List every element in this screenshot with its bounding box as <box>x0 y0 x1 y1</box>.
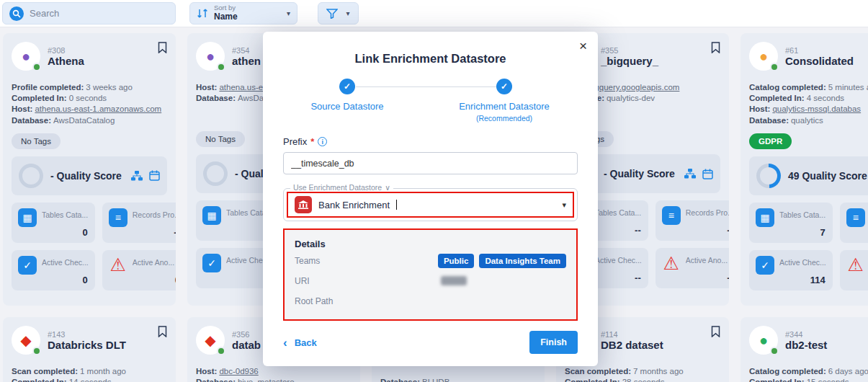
datastore-name: Athena <box>48 55 84 67</box>
quality-score-label: Quality Score <box>57 170 122 182</box>
stat-tiles: ▦Tables Cata...0≡Records Pro...--✓Active… <box>12 203 167 290</box>
info-value: qualytics-dev <box>607 94 655 102</box>
step-enrichment-datastore[interactable]: ✓ Enrichment Datastore (Recommended) <box>443 79 565 123</box>
hierarchy-icon[interactable] <box>684 169 696 179</box>
datastore-card[interactable]: ●#308AthenaProfile completed:3 weeks ago… <box>3 33 176 306</box>
filter-icon <box>326 9 338 19</box>
info-value: 4 seconds <box>807 94 844 102</box>
text-cursor <box>396 200 397 210</box>
card-info-lines: Scan completed:7 months agoCompleted In:… <box>565 366 720 382</box>
datastore-card[interactable]: ●#61ConsolidatedCatalog completed:5 minu… <box>741 33 868 306</box>
quality-score-value: - <box>50 170 54 182</box>
records-icon: ≡ <box>662 206 681 225</box>
bookmark-icon[interactable] <box>158 42 167 56</box>
search-box[interactable] <box>2 2 176 25</box>
info-value: hive_metastore <box>238 378 295 382</box>
info-label: Host: <box>12 105 32 113</box>
info-line: Profile completed:3 weeks ago <box>12 82 167 93</box>
info-label: Scan completed: <box>12 367 78 376</box>
select-value: Bank Enrichment <box>318 200 390 210</box>
host-link[interactable]: athena.us-east-1.amazonaws.com <box>35 105 161 113</box>
card-title-block: #356datab <box>232 330 261 351</box>
search-input[interactable] <box>30 8 169 19</box>
calendar-icon[interactable] <box>149 170 160 181</box>
calendar-icon[interactable] <box>702 169 713 179</box>
card-title-block: #114DB2 dataset <box>601 330 663 351</box>
bookmark-icon[interactable] <box>711 326 720 340</box>
sort-text: Sort by Name <box>214 4 238 22</box>
tag: No Tags <box>12 133 61 149</box>
bookmark-icon[interactable] <box>711 42 720 56</box>
info-line: Catalog completed:6 days ago <box>749 366 868 377</box>
info-label: Catalog completed: <box>749 367 826 376</box>
stepper: ✓ Source Datastore ✓ Enrichment Datastor… <box>283 79 578 128</box>
sort-value: Name <box>214 12 238 22</box>
datastore-icon: ◆ <box>12 326 40 355</box>
bookmark-icon[interactable] <box>158 326 167 340</box>
quality-gauge-icon <box>203 161 228 186</box>
details-annotation-box: Details Teams Public Data Insights Team … <box>283 228 578 321</box>
card-header: ●#308Athena <box>12 42 167 71</box>
sort-dropdown[interactable]: Sort by Name ▾ <box>189 2 297 25</box>
card-info-lines: Catalog completed:6 days agoCompleted In… <box>749 366 868 382</box>
quality-score-box: 49 Quality Score <box>749 156 868 195</box>
enrichment-datastore-select[interactable]: Bank Enrichment ▾ <box>287 192 574 218</box>
host-link[interactable]: athena.us-e <box>219 83 263 92</box>
warning-icon: ⚠ <box>846 256 865 275</box>
bank-enrichment-icon <box>295 196 312 213</box>
prefix-label: Prefix * i <box>283 136 578 147</box>
datastore-glyph: ● <box>22 48 30 65</box>
host-link[interactable]: bigquery.googleapis.com <box>588 83 679 92</box>
chevron-down-icon: ∨ <box>385 183 390 192</box>
card-title-block: #61Consolidated <box>785 46 854 67</box>
stat-top: ≡Records Pro... <box>662 206 729 225</box>
datastore-glyph: ● <box>759 332 768 349</box>
score-actions <box>684 169 713 179</box>
card-title-block: #344db2-test <box>785 330 827 351</box>
finish-button[interactable]: Finish <box>529 331 578 354</box>
info-value: 28 seconds <box>622 378 665 382</box>
step-sublabel: (Recommended) <box>459 114 550 123</box>
info-line: Scan completed:7 months ago <box>565 366 720 377</box>
host-link[interactable]: dbc-0d936 <box>219 367 258 376</box>
datastore-icon: ● <box>196 42 225 71</box>
host-link[interactable]: qualytics-mssql.databas <box>772 105 861 113</box>
card-title-block: #355_bigquery_ <box>601 46 658 67</box>
quality-score-text: - Quality Score <box>604 168 675 179</box>
datastore-card[interactable]: ◆#143Databricks DLTScan completed:1 mont… <box>3 317 176 382</box>
table-icon: ▦ <box>756 208 774 227</box>
stat-value: -- <box>635 272 641 283</box>
stat-top: ≡Records Pro... <box>109 208 176 227</box>
stat-value: -- <box>174 227 176 238</box>
select-label: Use Enrichment Datastore ∨ <box>290 183 393 192</box>
stat-top: ⚠Active Ano... <box>662 254 729 272</box>
info-label: Host: <box>749 105 770 113</box>
filter-dropdown[interactable]: ▾ <box>318 2 359 25</box>
chevron-left-icon: ‹ <box>283 337 287 349</box>
team-badge: Public <box>438 254 475 268</box>
status-dot <box>217 347 225 355</box>
prefix-input[interactable] <box>283 152 578 174</box>
info-icon[interactable]: i <box>318 137 327 146</box>
stat-top: ⚠Active Ano... <box>109 256 176 275</box>
sort-icon <box>197 8 208 19</box>
stat-value: 0 <box>175 275 176 285</box>
info-line: Database:AwsDataCatalog <box>12 115 167 126</box>
step-source-datastore[interactable]: ✓ Source Datastore <box>286 79 408 112</box>
stat-value: 0 <box>83 275 88 285</box>
datastore-name: Consolidated <box>785 55 854 67</box>
hierarchy-icon[interactable] <box>131 171 143 181</box>
datastore-card[interactable]: ●#344db2-testCatalog completed:6 days ag… <box>741 317 868 382</box>
info-line: Database:BLUDB <box>380 377 536 382</box>
card-title-block: #354athen <box>232 46 261 67</box>
info-line: Catalog completed:5 minutes ago <box>749 82 868 93</box>
quality-score-label: Quality Score <box>610 168 675 179</box>
stat-value: -- <box>635 225 641 236</box>
teams-label: Teams <box>295 256 320 266</box>
details-section: Details Teams Public Data Insights Team … <box>285 230 576 319</box>
stat-tile: ⚠Active Ano... <box>840 250 868 290</box>
back-button[interactable]: ‹ Back <box>283 337 317 349</box>
close-icon[interactable]: × <box>579 39 587 53</box>
datastore-id: #308 <box>48 46 84 55</box>
quality-score-value: - <box>235 168 238 179</box>
